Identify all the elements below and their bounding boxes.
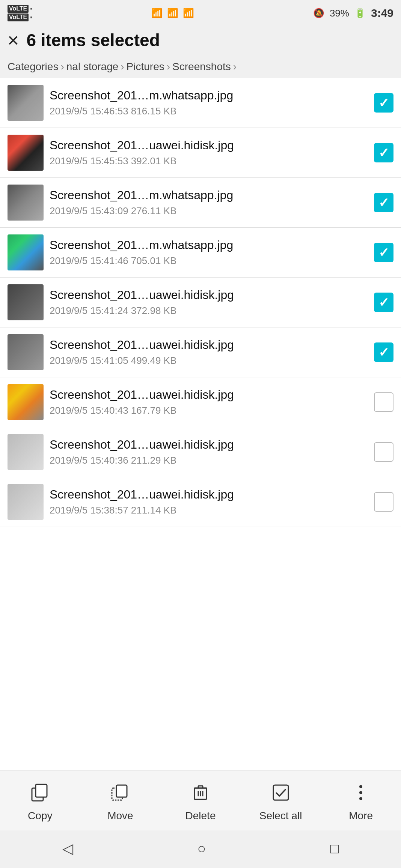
file-thumb-0 <box>8 85 44 121</box>
time-display: 3:49 <box>371 7 393 20</box>
signal2-icon: 📶 <box>167 8 178 18</box>
move-label: Move <box>107 810 133 822</box>
file-list: Screenshot_201…m.whatsapp.jpg2019/9/5 15… <box>0 78 401 770</box>
wifi-icon: 📶 <box>183 8 194 18</box>
svg-point-15 <box>359 797 362 800</box>
file-info-4: Screenshot_201…uawei.hidisk.jpg2019/9/5 … <box>50 288 368 317</box>
bottom-toolbar: Copy Move Delete <box>0 770 401 830</box>
file-item-8[interactable]: Screenshot_201…uawei.hidisk.jpg2019/9/5 … <box>0 477 401 527</box>
file-name-6: Screenshot_201…uawei.hidisk.jpg <box>50 388 368 402</box>
breadcrumb-sep3: › <box>167 61 170 73</box>
file-item-5[interactable]: Screenshot_201…uawei.hidisk.jpg2019/9/5 … <box>0 327 401 377</box>
file-name-7: Screenshot_201…uawei.hidisk.jpg <box>50 438 368 452</box>
file-meta-8: 2019/9/5 15:38:57 211.14 KB <box>50 505 368 516</box>
nav-bar: ◁ ○ □ <box>0 830 401 868</box>
file-name-0: Screenshot_201…m.whatsapp.jpg <box>50 89 368 102</box>
file-thumb-6 <box>8 384 44 420</box>
move-icon <box>110 783 130 807</box>
file-info-2: Screenshot_201…m.whatsapp.jpg2019/9/5 15… <box>50 188 368 217</box>
file-info-3: Screenshot_201…m.whatsapp.jpg2019/9/5 15… <box>50 238 368 267</box>
file-name-4: Screenshot_201…uawei.hidisk.jpg <box>50 288 368 302</box>
file-item-2[interactable]: Screenshot_201…m.whatsapp.jpg2019/9/5 15… <box>0 178 401 228</box>
battery-icon: 🔋 <box>354 8 366 18</box>
file-info-1: Screenshot_201…uawei.hidisk.jpg2019/9/5 … <box>50 138 368 167</box>
delete-icon <box>191 783 210 807</box>
copy-label: Copy <box>28 810 52 822</box>
file-thumb-3 <box>8 234 44 270</box>
select-all-icon <box>271 783 291 807</box>
volte1-badge: VoLTE <box>8 5 29 13</box>
file-meta-0: 2019/9/5 15:46:53 816.15 KB <box>50 105 368 117</box>
file-checkbox-4[interactable]: ✓ <box>374 293 393 312</box>
breadcrumb-categories[interactable]: Categories <box>8 61 58 73</box>
file-meta-4: 2019/9/5 15:41:24 372.98 KB <box>50 305 368 317</box>
file-item-7[interactable]: Screenshot_201…uawei.hidisk.jpg2019/9/5 … <box>0 427 401 477</box>
file-item-3[interactable]: Screenshot_201…m.whatsapp.jpg2019/9/5 15… <box>0 228 401 278</box>
breadcrumb: Categories › nal storage › Pictures › Sc… <box>0 58 401 78</box>
file-item-6[interactable]: Screenshot_201…uawei.hidisk.jpg2019/9/5 … <box>0 377 401 427</box>
svg-point-13 <box>359 785 362 788</box>
file-checkbox-2[interactable]: ✓ <box>374 193 393 212</box>
file-item-0[interactable]: Screenshot_201…m.whatsapp.jpg2019/9/5 15… <box>0 78 401 128</box>
file-name-1: Screenshot_201…uawei.hidisk.jpg <box>50 138 368 152</box>
file-thumb-4 <box>8 284 44 320</box>
svg-rect-3 <box>116 785 127 797</box>
status-left: VoLTE ▪ VoLTE ▪ <box>8 5 33 21</box>
file-checkbox-5[interactable]: ✓ <box>374 342 393 362</box>
file-info-0: Screenshot_201…m.whatsapp.jpg2019/9/5 15… <box>50 89 368 117</box>
breadcrumb-pictures[interactable]: Pictures <box>127 61 164 73</box>
more-button[interactable]: More <box>321 783 401 822</box>
more-icon <box>351 783 371 807</box>
back-nav-button[interactable]: ◁ <box>62 840 73 857</box>
file-meta-1: 2019/9/5 15:45:53 392.01 KB <box>50 155 368 167</box>
file-checkbox-8[interactable] <box>374 492 393 512</box>
file-info-5: Screenshot_201…uawei.hidisk.jpg2019/9/5 … <box>50 338 368 366</box>
file-thumb-8 <box>8 484 44 520</box>
file-name-8: Screenshot_201…uawei.hidisk.jpg <box>50 488 368 502</box>
file-thumb-1 <box>8 135 44 171</box>
signal-dots: ▪ <box>30 5 32 13</box>
home-nav-button[interactable]: ○ <box>197 841 206 857</box>
file-item-1[interactable]: Screenshot_201…uawei.hidisk.jpg2019/9/5 … <box>0 128 401 178</box>
status-right: 🔕 39% 🔋 3:49 <box>313 7 393 20</box>
file-name-5: Screenshot_201…uawei.hidisk.jpg <box>50 338 368 352</box>
close-button[interactable]: × <box>8 30 19 50</box>
copy-button[interactable]: Copy <box>0 783 80 822</box>
header-bar: × 6 items selected <box>0 26 401 58</box>
volte2-badge: VoLTE <box>8 14 29 21</box>
breadcrumb-sep2: › <box>121 61 124 73</box>
file-checkbox-7[interactable] <box>374 442 393 462</box>
file-thumb-5 <box>8 334 44 370</box>
more-label: More <box>349 810 373 822</box>
selection-count-title: 6 items selected <box>26 30 160 50</box>
file-info-8: Screenshot_201…uawei.hidisk.jpg2019/9/5 … <box>50 488 368 516</box>
signal-dots2: ▪ <box>30 14 32 21</box>
file-meta-6: 2019/9/5 15:40:43 167.79 KB <box>50 405 368 416</box>
status-bar: VoLTE ▪ VoLTE ▪ 📶 📶 📶 🔕 39% 🔋 3:49 <box>0 0 401 26</box>
file-checkbox-1[interactable]: ✓ <box>374 143 393 162</box>
move-button[interactable]: Move <box>80 783 161 822</box>
file-checkbox-0[interactable]: ✓ <box>374 93 393 113</box>
file-item-4[interactable]: Screenshot_201…uawei.hidisk.jpg2019/9/5 … <box>0 278 401 327</box>
copy-icon <box>30 783 50 807</box>
breadcrumb-storage[interactable]: nal storage <box>66 61 119 73</box>
select-all-label: Select all <box>259 810 302 822</box>
svg-rect-12 <box>273 785 288 800</box>
select-all-button[interactable]: Select all <box>241 783 321 822</box>
battery-level: 39% <box>330 8 349 19</box>
delete-button[interactable]: Delete <box>160 783 241 822</box>
file-meta-7: 2019/9/5 15:40:36 211.29 KB <box>50 455 368 466</box>
file-checkbox-3[interactable]: ✓ <box>374 243 393 262</box>
svg-point-14 <box>359 791 362 794</box>
breadcrumb-screenshots[interactable]: Screenshots <box>172 61 231 73</box>
file-meta-2: 2019/9/5 15:43:09 276.11 KB <box>50 205 368 217</box>
file-thumb-7 <box>8 434 44 470</box>
breadcrumb-sep1: › <box>60 61 64 73</box>
file-info-6: Screenshot_201…uawei.hidisk.jpg2019/9/5 … <box>50 388 368 416</box>
status-icons: 📶 📶 📶 <box>151 8 194 18</box>
file-name-2: Screenshot_201…m.whatsapp.jpg <box>50 188 368 202</box>
file-checkbox-6[interactable] <box>374 392 393 412</box>
file-name-3: Screenshot_201…m.whatsapp.jpg <box>50 238 368 252</box>
recent-nav-button[interactable]: □ <box>330 841 339 857</box>
file-meta-3: 2019/9/5 15:41:46 705.01 KB <box>50 255 368 267</box>
